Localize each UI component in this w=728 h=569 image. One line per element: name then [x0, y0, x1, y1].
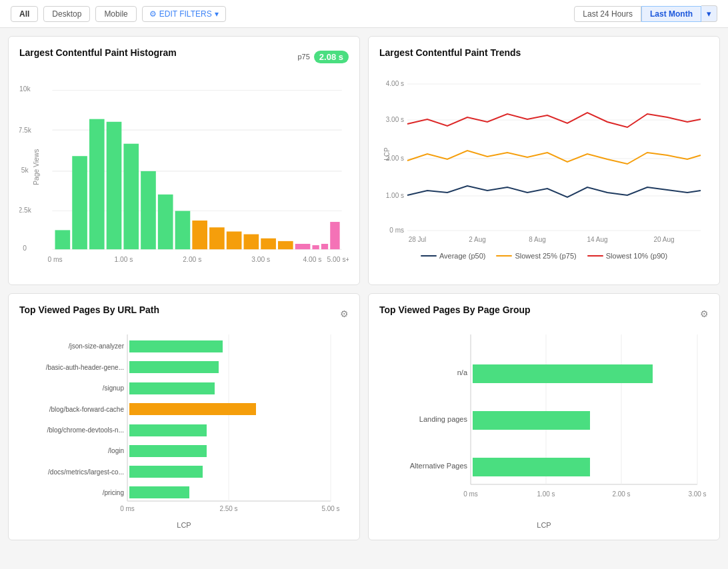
- svg-text:/json-size-analyzer: /json-size-analyzer: [69, 342, 125, 350]
- time-month-btn[interactable]: Last Month: [641, 6, 701, 22]
- legend-p90: Slowest 10% (p90): [587, 252, 667, 260]
- svg-text:/signup: /signup: [103, 384, 125, 392]
- legend-p50: Average (p50): [421, 252, 486, 260]
- top-group-title: Top Viewed Pages By Page Group: [379, 304, 531, 315]
- svg-text:4.00 s: 4.00 s: [303, 256, 321, 263]
- svg-text:/blog/back-forward-cache: /blog/back-forward-cache: [49, 406, 125, 413]
- filter-desktop-btn[interactable]: Desktop: [43, 6, 90, 22]
- histogram-svg: 10k 7.5k 5k 2.5k 0 Page Views: [19, 74, 349, 274]
- svg-text:2.5k: 2.5k: [19, 207, 32, 214]
- svg-text:0: 0: [23, 245, 27, 252]
- p75-label: p75: [297, 53, 309, 61]
- svg-rect-14: [107, 122, 122, 249]
- trend-legend: Average (p50) Slowest 25% (p75) Slowest …: [379, 252, 709, 260]
- top-group-panel: Top Viewed Pages By Page Group ⚙ n/a Lan…: [368, 293, 720, 540]
- svg-rect-11: [55, 230, 71, 249]
- svg-text:8 Aug: 8 Aug: [529, 236, 546, 243]
- svg-rect-13: [89, 119, 105, 250]
- svg-text:4.00 s: 4.00 s: [386, 80, 404, 87]
- svg-text:0 ms: 0 ms: [463, 490, 478, 498]
- top-bar: All Desktop Mobile ⚙ EDIT FILTERS ▾ Last…: [0, 0, 728, 28]
- svg-text:Landing pages: Landing pages: [419, 415, 468, 423]
- svg-rect-66: [129, 445, 207, 457]
- svg-rect-70: [129, 486, 189, 498]
- svg-rect-18: [175, 211, 191, 250]
- trends-title: Largest Contentful Paint Trends: [379, 47, 521, 58]
- time-filter-group: Last 24 Hours Last Month ▾: [574, 5, 717, 22]
- svg-rect-56: [129, 340, 223, 352]
- top-group-svg: n/a Landing pages Alternative Pages 0 ms…: [379, 331, 709, 518]
- top-url-svg: /json-size-analyzer /basic-auth-header-g…: [19, 331, 349, 518]
- svg-text:2.00 s: 2.00 s: [183, 256, 201, 263]
- svg-rect-23: [261, 239, 276, 249]
- svg-text:Page Views: Page Views: [33, 149, 40, 185]
- svg-text:0 ms: 0 ms: [120, 505, 135, 512]
- svg-rect-60: [129, 382, 215, 394]
- svg-text:5.00 s: 5.00 s: [321, 505, 339, 512]
- chevron-down-icon: ▾: [215, 9, 219, 19]
- svg-text:2.00 s: 2.00 s: [612, 490, 630, 498]
- dashboard: Largest Contentful Paint Histogram p75 2…: [0, 28, 728, 548]
- time-24h-btn[interactable]: Last 24 Hours: [574, 6, 641, 22]
- svg-rect-84: [473, 458, 590, 476]
- svg-rect-26: [312, 245, 319, 249]
- top-url-header: Top Viewed Pages By URL Path ⚙: [19, 304, 349, 323]
- trends-svg: 4.00 s 3.00 s 2.00 s 1.00 s 0 ms LCP 28 …: [379, 74, 709, 247]
- svg-text:Alternative Pages: Alternative Pages: [410, 462, 468, 470]
- histogram-title: Largest Contentful Paint Histogram: [19, 47, 177, 58]
- gear-icon: ⚙: [149, 9, 157, 19]
- svg-rect-12: [72, 156, 87, 249]
- svg-rect-16: [141, 171, 156, 249]
- svg-text:28 Jul: 28 Jul: [409, 236, 427, 243]
- svg-text:2 Aug: 2 Aug: [469, 236, 486, 243]
- filter-all-btn[interactable]: All: [11, 6, 38, 22]
- svg-text:7.5k: 7.5k: [19, 127, 32, 134]
- svg-rect-21: [227, 231, 242, 249]
- svg-text:/login: /login: [108, 447, 124, 454]
- svg-text:0 ms: 0 ms: [47, 256, 62, 263]
- svg-rect-19: [192, 221, 207, 249]
- p75-badge: p75 2.08 s: [297, 51, 349, 63]
- top-group-gear-icon[interactable]: ⚙: [700, 308, 709, 319]
- svg-rect-24: [278, 241, 293, 249]
- trends-header: Largest Contentful Paint Trends: [379, 47, 709, 66]
- svg-text:/pricing: /pricing: [103, 489, 124, 496]
- edit-filters-btn[interactable]: ⚙ EDIT FILTERS ▾: [142, 6, 226, 22]
- svg-text:3.00 s: 3.00 s: [386, 116, 404, 123]
- svg-text:1.00 s: 1.00 s: [386, 192, 404, 199]
- svg-text:5.00 s+: 5.00 s+: [327, 256, 349, 263]
- svg-rect-68: [129, 466, 203, 478]
- svg-text:0 ms: 0 ms: [389, 227, 404, 234]
- top-url-x-label: LCP: [19, 521, 349, 529]
- svg-text:1.00 s: 1.00 s: [114, 256, 133, 263]
- svg-rect-20: [209, 227, 225, 249]
- svg-text:2.50 s: 2.50 s: [219, 505, 237, 512]
- svg-text:n/a: n/a: [457, 368, 468, 376]
- svg-text:3.00 s: 3.00 s: [251, 256, 270, 263]
- svg-rect-62: [129, 403, 256, 415]
- top-url-title: Top Viewed Pages By URL Path: [19, 304, 159, 315]
- histogram-chart: 10k 7.5k 5k 2.5k 0 Page Views: [19, 74, 349, 274]
- svg-rect-15: [123, 144, 139, 249]
- svg-rect-64: [129, 424, 207, 436]
- svg-text:10k: 10k: [19, 86, 31, 93]
- svg-rect-82: [473, 411, 590, 430]
- svg-rect-17: [158, 195, 173, 249]
- svg-rect-58: [129, 361, 219, 373]
- svg-text:1.00 s: 1.00 s: [537, 490, 555, 498]
- top-url-panel: Top Viewed Pages By URL Path ⚙ /json-siz…: [8, 293, 360, 540]
- svg-text:14 Aug: 14 Aug: [587, 236, 607, 243]
- top-url-gear-icon[interactable]: ⚙: [340, 308, 349, 319]
- svg-text:3.00 s: 3.00 s: [688, 490, 706, 498]
- svg-text:/basic-auth-header-gene...: /basic-auth-header-gene...: [46, 364, 124, 371]
- filter-mobile-btn[interactable]: Mobile: [95, 6, 136, 22]
- svg-text:5k: 5k: [21, 167, 29, 174]
- trends-panel: Largest Contentful Paint Trends 4.00 s 3…: [368, 36, 720, 285]
- svg-rect-80: [473, 364, 653, 383]
- top-group-header: Top Viewed Pages By Page Group ⚙: [379, 304, 709, 323]
- time-dropdown-btn[interactable]: ▾: [701, 5, 717, 22]
- p75-value: 2.08 s: [314, 51, 349, 63]
- svg-rect-25: [295, 244, 311, 249]
- legend-p75: Slowest 25% (p75): [496, 252, 576, 260]
- svg-text:/blog/chrome-devtools-n...: /blog/chrome-devtools-n...: [47, 426, 124, 434]
